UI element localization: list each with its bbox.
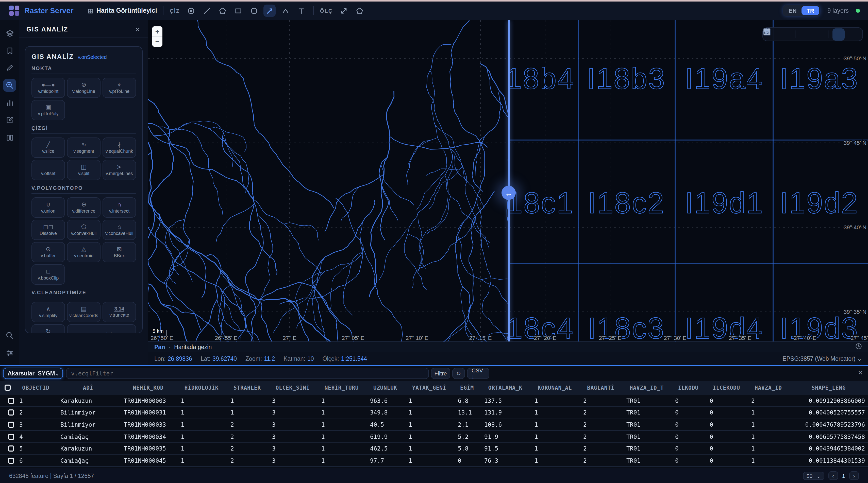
col-header-SHAPE_LENG[interactable]: SHAPE_LENG (789, 381, 868, 395)
zoom-analysis-icon[interactable] (3, 78, 16, 92)
layer-swipe-handle[interactable]: ↔ (501, 186, 516, 200)
row-checkbox[interactable] (8, 410, 14, 416)
tool-v.mergeLines[interactable]: ≻v.mergeLines (102, 160, 136, 180)
on-selected-link[interactable]: v.onSelected (78, 54, 106, 60)
row-checkbox[interactable] (8, 458, 14, 464)
fullscreen-icon[interactable] (849, 29, 859, 39)
draw-rectangle-icon[interactable] (232, 5, 244, 17)
col-header-ILKODU[interactable]: ILKODU (671, 381, 706, 395)
col-header-STRAHLER[interactable]: STRAHLER (226, 381, 268, 395)
csv-export-button[interactable]: CSV ↓ (467, 368, 489, 379)
zoom-in-button[interactable]: + (152, 26, 162, 36)
draw-circle-icon[interactable] (248, 5, 260, 17)
measure-area-icon[interactable] (353, 5, 366, 17)
lang-tr-button[interactable]: TR (802, 6, 819, 15)
map-canvas[interactable]: I18b4I18b3I19a4I19a3I18c1I18c2I19d1I19d2… (148, 20, 868, 342)
table-row[interactable]: 3BilinmiyorTR01NH000033123140.512.1108.6… (0, 419, 868, 430)
tool-v.equalChunk[interactable]: ∤v.equalChunk (102, 137, 136, 158)
next-page-button[interactable]: › (849, 471, 859, 480)
tool-v.slice[interactable]: ╱v.slice (31, 137, 65, 158)
prev-page-button[interactable]: ‹ (828, 471, 838, 480)
tool-v.alongLine[interactable]: ⊘v.alongLine (67, 77, 100, 98)
tool-v.split[interactable]: ◫v.split (67, 160, 100, 180)
tool-v.rewind[interactable]: ↻v.rewind (31, 324, 65, 333)
columns-icon[interactable] (3, 131, 16, 144)
layers-icon[interactable] (3, 27, 16, 40)
col-header-ADİ[interactable]: ADİ (56, 381, 120, 395)
measure-length-icon[interactable] (338, 5, 350, 17)
col-header-HAVZA_ID_T[interactable]: HAVZA_ID_T (622, 381, 671, 395)
grid-layer-icon[interactable] (833, 28, 845, 40)
edit-note-icon[interactable] (3, 113, 16, 126)
tool-v.segment[interactable]: ∿v.segment (67, 137, 100, 158)
viewer-tab[interactable]: ⊞ Harita Görüntüleyici (88, 7, 157, 14)
bookmark-icon[interactable] (3, 44, 16, 57)
sliders-icon[interactable] (3, 347, 16, 360)
col-header-YATAK_GENİ[interactable]: YATAK_GENİ (405, 381, 454, 395)
tool-v.buffer[interactable]: ⊙v.buffer (31, 242, 65, 262)
pencil-icon[interactable] (3, 61, 16, 74)
col-header-UZUNLUK[interactable]: UZUNLUK (366, 381, 405, 395)
filter-button[interactable]: Filtre (431, 368, 450, 379)
draw-line-icon[interactable] (200, 5, 213, 17)
lang-en-button[interactable]: EN (784, 6, 802, 15)
tool-v.convexHull[interactable]: ⬠v.convexHull (67, 220, 100, 240)
tool-v.centroid[interactable]: ◬v.centroid (67, 242, 100, 262)
tool-v.simplify[interactable]: ∧v.simplify (31, 302, 65, 322)
tool-v.ptToPoly[interactable]: ▣v.ptToPoly (31, 100, 65, 120)
layer-swipe-line[interactable] (508, 20, 509, 342)
chart-icon[interactable] (3, 96, 16, 109)
row-checkbox[interactable] (8, 433, 14, 440)
close-table-icon[interactable]: ✕ (858, 369, 863, 377)
locate-icon[interactable] (800, 29, 810, 39)
draw-polygon-icon[interactable] (216, 5, 228, 17)
table-row[interactable]: 6CamiağaçTR01NH000045123197.71076.312TR0… (0, 455, 868, 466)
tool-Dissolve[interactable]: ◻◻Dissolve (31, 220, 65, 240)
tool-v.offset[interactable]: ≡v.offset (31, 160, 65, 180)
draw-text-icon[interactable] (295, 5, 307, 17)
table-row[interactable]: 5KarakuzunTR01NH0000351231462.515.891.51… (0, 443, 868, 455)
col-header-HAVZA_ID[interactable]: HAVZA_ID (747, 381, 789, 395)
panel-close-icon[interactable]: ✕ (133, 25, 142, 33)
tool-v.union[interactable]: ∪v.union (31, 197, 65, 218)
col-header-OLCEK_SİNİ[interactable]: OLCEK_SİNİ (268, 381, 317, 395)
page-size-select[interactable]: 50 ⌄ (803, 472, 824, 480)
zoom-out-button[interactable]: − (152, 36, 162, 47)
col-header-KORUNAN_AL[interactable]: KORUNAN_AL (530, 381, 579, 395)
tool-v.truncate[interactable]: 3.14v.truncate (102, 302, 136, 322)
draw-point-icon[interactable] (185, 5, 197, 17)
search-icon[interactable] (3, 329, 16, 342)
select-all-checkbox[interactable] (5, 385, 11, 391)
col-header-NEHİR_KOD[interactable]: NEHİR_KOD (120, 381, 177, 395)
col-header-EGİM[interactable]: EGİM (454, 381, 480, 395)
ecql-filter-input[interactable] (66, 368, 429, 379)
tool-v.ptToLine[interactable]: ⌖v.ptToLine (102, 77, 136, 98)
layer-select[interactable]: Akarsular_SYGM ⌄ (3, 368, 63, 379)
tool-v.difference[interactable]: ⊖v.difference (67, 197, 100, 218)
tool-v.intersect[interactable]: ∩v.intersect (102, 197, 136, 218)
tool-BBox[interactable]: ⊠BBox (102, 242, 136, 262)
draw-angle-icon[interactable] (279, 5, 291, 17)
table-row[interactable]: 4CamiağaçTR01NH0000341231619.915.291.912… (0, 431, 868, 443)
tool-v.midpoint[interactable]: ●—●v.midpoint (31, 77, 65, 98)
tool-v.cleanCoords[interactable]: ▤v.cleanCoords (67, 302, 100, 322)
col-header-HİDROLOJİK[interactable]: HİDROLOJİK (177, 381, 226, 395)
tool-v.concaveHull[interactable]: ⌂v.concaveHull (102, 220, 136, 240)
tool-v.statistics[interactable]: ⊿v.statistics (67, 324, 136, 333)
col-header-OBJECTID[interactable]: OBJECTID (15, 381, 56, 395)
col-header-NEHİR_TURU[interactable]: NEHİR_TURU (317, 381, 366, 395)
tool-v.bboxClip[interactable]: □v.bboxClip (31, 264, 65, 285)
draw-arrow-icon[interactable] (264, 5, 276, 17)
language-toggle[interactable]: EN TR (783, 5, 820, 16)
row-checkbox[interactable] (8, 446, 14, 452)
table-row[interactable]: 1KarakuzunTR01NH0000031131963.616.8137.5… (0, 395, 868, 407)
table-row[interactable]: 2BilinmiyorTR01NH0000311131349.8113.1131… (0, 407, 868, 419)
refresh-button[interactable]: ↻ (452, 368, 465, 379)
row-checkbox[interactable] (8, 398, 14, 404)
print-icon[interactable] (781, 29, 791, 39)
col-header-ILCEKODU[interactable]: ILCEKODU (706, 381, 747, 395)
col-header-ORTALAMA_K[interactable]: ORTALAMA_K (480, 381, 530, 395)
table-view-icon[interactable] (814, 29, 824, 39)
col-header-BAGLANTİ[interactable]: BAGLANTİ (579, 381, 622, 395)
history-clock-icon[interactable] (855, 343, 862, 352)
